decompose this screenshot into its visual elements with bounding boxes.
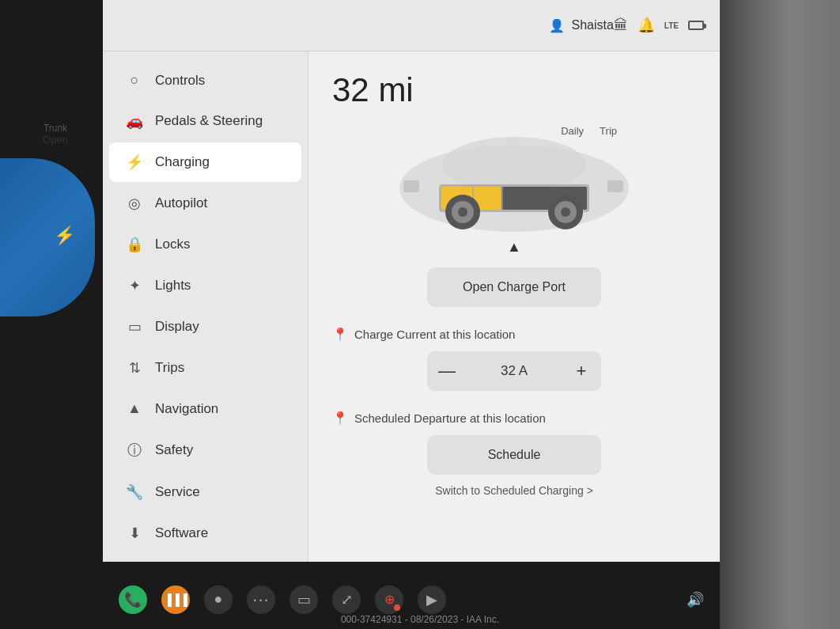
schedule-button[interactable]: Schedule [427,435,601,475]
sidebar-label-lights: Lights [155,278,191,294]
locks-icon: 🔒 [125,236,144,253]
header-icons: 🏛 🔔 LTE [614,17,704,34]
sidebar-item-trips[interactable]: ⇅ Trips [109,348,301,388]
sidebar-label-charging: Charging [155,154,210,170]
sidebar-item-controls[interactable]: ○ Controls [109,61,301,100]
joystick-button[interactable]: ⊕ [375,585,403,614]
sidebar-label-navigation: Navigation [155,401,218,417]
car-battery-illustration: Daily Trip [388,121,641,248]
scheduled-text: Scheduled Departure at this location [354,411,546,425]
sidebar-item-lights[interactable]: ✦ Lights [109,266,301,305]
svg-point-14 [561,207,570,217]
battery-icon [688,21,704,30]
amp-decrease-button[interactable]: — [427,351,467,391]
svg-rect-15 [607,180,623,192]
svg-point-1 [443,137,585,192]
user-icon: 👤 [549,18,565,33]
open-charge-port-button[interactable]: Open Charge Port [427,267,601,307]
trunk-indicator: Trunk Open [16,123,95,146]
sidebar-label-software: Software [155,525,208,541]
right-panel [720,0,840,629]
main-content: 32 mi Daily Trip [308,51,720,562]
record-button[interactable]: ● [204,585,233,614]
car-svg [388,121,641,236]
sidebar-label-locks: Locks [155,237,190,252]
pin-icon-schedule: 📍 [332,411,348,426]
lte-badge: LTE [664,21,679,30]
taskbar-left-icons: 📞 ▐▐▐ ● ··· ▭ ⤢ ⊕ ▶ [119,585,446,614]
charge-tabs: Daily Trip [561,125,617,137]
switch-charging-link[interactable]: Switch to Scheduled Charging > [332,484,696,497]
bell-icon: 🔔 [638,17,655,34]
sidebar-label-trips: Trips [155,360,184,376]
car-image-left [0,158,95,316]
sidebar-label-display: Display [155,319,199,335]
pin-icon-charge: 📍 [332,327,348,342]
tab-daily[interactable]: Daily [561,125,584,137]
building-icon: 🏛 [614,17,628,34]
bars-icon[interactable]: ▐▐▐ [161,585,190,614]
scheduled-departure-label: 📍 Scheduled Departure at this location [332,411,696,426]
sidebar-label-safety: Safety [155,442,193,458]
charge-level-arrow: ▲ [388,239,641,256]
sidebar-item-pedals[interactable]: 🚗 Pedals & Steering [109,101,301,141]
sidebar-item-locks[interactable]: 🔒 Locks [109,225,301,264]
more-options-button[interactable]: ··· [247,585,275,614]
charge-location-text: Charge Current at this location [354,328,515,341]
sidebar-label-service: Service [155,484,200,500]
autopilot-icon: ◎ [125,195,144,212]
username: Shaista [571,18,613,32]
sidebar-item-upgrades[interactable]: 🔒 Upgrades [109,555,301,562]
sidebar-item-charging[interactable]: ⚡ Charging [109,142,301,182]
svg-point-11 [458,207,467,217]
range-display: 32 mi [332,71,696,109]
amp-increase-button[interactable]: + [562,351,601,391]
pedals-icon: 🚗 [125,112,144,130]
sidebar-item-navigation[interactable]: ▲ Navigation [109,389,301,428]
trips-icon: ⇅ [125,359,144,377]
controls-icon: ○ [125,72,144,89]
header-bar: 👤 Shaista 🏛 🔔 LTE [103,0,720,51]
sidebar-item-safety[interactable]: ⓘ Safety [109,430,301,471]
sidebar-item-service[interactable]: 🔧 Service [109,472,301,512]
sidebar-label-pedals: Pedals & Steering [155,113,263,129]
charging-icon: ⚡ [125,153,144,171]
sidebar-label-autopilot: Autopilot [155,195,207,211]
navigation-icon: ▲ [125,400,144,417]
software-icon: ⬇ [125,525,144,542]
speaker-icon[interactable]: 🔊 [687,592,704,608]
charge-side-icon: ⚡ [54,225,75,246]
sidebar: ○ Controls 🚗 Pedals & Steering ⚡ Chargin… [103,51,308,562]
svg-rect-16 [403,180,419,192]
sidebar-label-controls: Controls [155,73,205,89]
tab-trip[interactable]: Trip [600,125,617,137]
display-icon: ▭ [125,318,144,335]
sidebar-item-display[interactable]: ▭ Display [109,307,301,347]
sidebar-item-autopilot[interactable]: ◎ Autopilot [109,184,301,223]
taskbar-right: 🔊 [687,591,704,608]
amp-control: — 32 A + [427,351,601,391]
main-screen: 👤 Shaista 🏛 🔔 LTE ○ Controls 🚗 Pedals & … [103,0,720,562]
expand-button[interactable]: ⤢ [332,585,361,614]
bottom-info-bar: 000-37424931 - 08/26/2023 - IAA Inc. [341,614,499,625]
safety-icon: ⓘ [125,441,144,460]
amp-value: 32 A [467,363,562,379]
lights-icon: ✦ [125,277,144,294]
screen-button[interactable]: ▭ [289,585,318,614]
charge-location-label: 📍 Charge Current at this location [332,327,696,342]
trunk-label: Trunk [16,123,95,134]
service-icon: 🔧 [125,483,144,501]
header-user: 👤 Shaista [549,18,613,33]
sidebar-item-software[interactable]: ⬇ Software [109,513,301,553]
phone-icon[interactable]: 📞 [119,585,147,614]
trunk-status: Open [16,134,95,146]
play-button[interactable]: ▶ [418,585,446,614]
